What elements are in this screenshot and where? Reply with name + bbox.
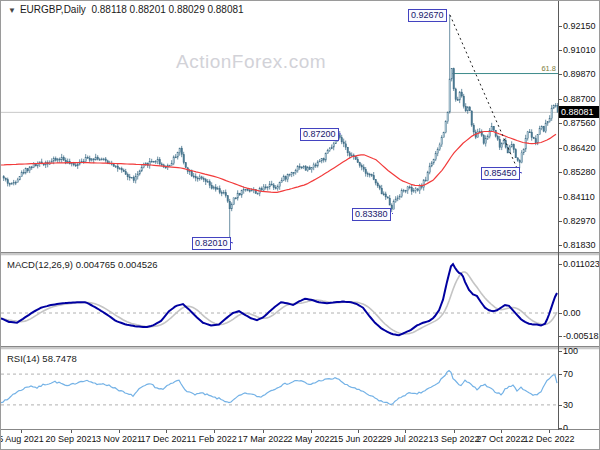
- time-axis-label: 1 Feb 2022: [191, 434, 237, 444]
- time-axis-tick: [549, 430, 550, 433]
- rsi-indicator-label: RSI(14) 58.7478: [7, 353, 77, 364]
- time-axis-label: 20 Sep 2021: [45, 434, 96, 444]
- axis-tick-mark: [558, 26, 562, 27]
- watermark: ActionForex.com: [176, 51, 326, 73]
- time-axis-label: 17 Mar 2022: [238, 434, 289, 444]
- axis-tick-mark: [558, 50, 562, 51]
- time-axis-label: 15 Jun 2022: [333, 434, 383, 444]
- price-axis-label: 0.92150: [563, 21, 596, 31]
- price-level-annotation[interactable]: 0.82010: [192, 237, 231, 250]
- rsi-axis-label: 30: [563, 400, 573, 410]
- axis-tick-mark: [558, 313, 562, 314]
- price-axis-label: 0.81830: [563, 240, 596, 250]
- time-axis-tick: [214, 430, 215, 433]
- price-axis-label: 0.82970: [563, 216, 596, 226]
- time-axis-label: 5 Aug 2021: [0, 434, 44, 444]
- time-axis-tick: [405, 430, 406, 433]
- time-axis-tick: [71, 430, 72, 433]
- panel-separator[interactable]: [1, 252, 600, 256]
- price-level-annotation[interactable]: 0.83380: [352, 208, 391, 221]
- chart-title: ▼EURGBP,Daily 0.88118 0.88201 0.88029 0.…: [8, 4, 244, 15]
- axis-tick-mark: [558, 336, 562, 337]
- price-axis-label: 0.87560: [563, 118, 596, 128]
- axis-tick-mark: [558, 123, 562, 124]
- price-axis-label: 0.91010: [563, 45, 596, 55]
- macd-axis-label: 0.011023: [563, 259, 600, 269]
- time-axis-tick: [263, 430, 264, 433]
- panel-separator[interactable]: [1, 346, 600, 350]
- time-axis-tick: [358, 430, 359, 433]
- collapse-chart-icon[interactable]: ▼: [8, 6, 16, 15]
- axis-tick-mark: [558, 99, 562, 100]
- axis-tick-mark: [558, 245, 562, 246]
- price-axis-label: 0.86420: [563, 143, 596, 153]
- time-axis-label: 3 Nov 2021: [96, 434, 142, 444]
- price-axis-label: 0.84110: [563, 192, 595, 202]
- time-axis-tick: [21, 430, 22, 433]
- axis-tick-mark: [558, 405, 562, 406]
- price-axis-label: 0.88700: [563, 94, 596, 104]
- time-axis-tick: [501, 430, 502, 433]
- chart-window: 61.8 ▼EURGBP,Daily 0.88118 0.88201 0.880…: [0, 0, 600, 450]
- price-level-annotation[interactable]: 0.87200: [300, 128, 339, 141]
- axis-tick-mark: [558, 74, 562, 75]
- time-axis-label: 2 May 2022: [287, 434, 334, 444]
- time-axis-tick: [454, 430, 455, 433]
- svg-text:61.8: 61.8: [541, 64, 556, 73]
- macd-indicator-label: MACD(12,26,9) 0.004765 0.004526: [7, 259, 158, 270]
- symbol-label: EURGBP,Daily: [20, 4, 86, 15]
- axis-tick-mark: [558, 264, 562, 265]
- time-axis-label: 12 Dec 2022: [523, 434, 574, 444]
- rsi-axis-label: 100: [563, 346, 578, 356]
- y-axis-line: [558, 1, 559, 430]
- axis-tick-mark: [558, 148, 562, 149]
- time-axis-tick: [119, 430, 120, 433]
- price-level-annotation[interactable]: 0.85450: [481, 167, 520, 180]
- rsi-axis-label: 70: [563, 369, 573, 379]
- axis-tick-mark: [558, 374, 562, 375]
- axis-tick-mark: [558, 197, 562, 198]
- axis-tick-mark: [558, 172, 562, 173]
- price-chart-canvas[interactable]: 61.8: [1, 1, 558, 252]
- axis-tick-mark: [558, 428, 562, 429]
- time-axis-label: 29 Jul 2022: [382, 434, 429, 444]
- macd-axis-label: -0.005182: [563, 331, 600, 341]
- time-axis-tick: [166, 430, 167, 433]
- ohlc-quote: 0.88118 0.88201 0.88029 0.88081: [91, 4, 243, 15]
- price-axis-label: 0.85280: [563, 167, 596, 177]
- time-axis-label: 17 Dec 2021: [140, 434, 191, 444]
- axis-tick-mark: [558, 221, 562, 222]
- price-level-annotation[interactable]: 0.92670: [408, 9, 447, 22]
- axis-tick-mark: [558, 351, 562, 352]
- time-axis-label: 13 Sep 2022: [428, 434, 479, 444]
- price-axis-label: 0.89870: [563, 69, 596, 79]
- current-price-badge: 0.88081: [559, 106, 600, 118]
- time-axis-label: 27 Oct 2022: [476, 434, 525, 444]
- rsi-chart-canvas[interactable]: [1, 350, 558, 430]
- time-axis-tick: [311, 430, 312, 433]
- macd-axis-label: 0.00: [563, 308, 581, 318]
